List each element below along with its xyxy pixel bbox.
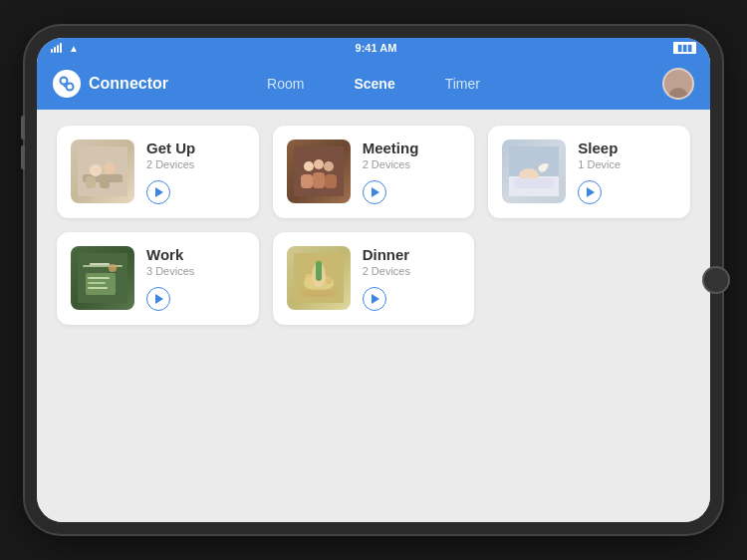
svg-rect-10: [294, 146, 344, 196]
svg-point-2: [668, 88, 688, 98]
scene-card-get-up[interactable]: Get Up 2 Devices: [57, 126, 259, 218]
svg-rect-24: [83, 265, 123, 267]
scene-image-meeting: [287, 140, 351, 203]
scene-devices-dinner: 2 Devices: [363, 265, 461, 277]
home-button[interactable]: [702, 266, 730, 294]
scene-card-work[interactable]: Work 3 Devices: [57, 232, 259, 325]
scene-devices-meeting: 2 Devices: [363, 158, 461, 170]
status-bar-left: ▲: [51, 43, 79, 54]
scene-image-get-up: [71, 140, 134, 203]
scene-image-icon-work: [71, 246, 134, 310]
nav-active-indicator: [368, 91, 381, 98]
logo-area: Connector: [53, 70, 172, 98]
status-bar: ▲ 9:41 AM ▮▮▮: [37, 38, 710, 58]
scene-name-get-up: Get Up: [146, 140, 245, 156]
svg-rect-32: [316, 261, 322, 281]
user-avatar[interactable]: [662, 68, 694, 100]
svg-point-33: [301, 289, 337, 297]
app-title: Connector: [89, 75, 168, 93]
volume-down-button[interactable]: [21, 145, 25, 169]
signal-icon: [51, 43, 62, 53]
nav-timer[interactable]: Timer: [445, 76, 480, 92]
scene-image-icon-sleep: [502, 140, 566, 203]
scene-name-work: Work: [146, 246, 245, 263]
svg-rect-20: [514, 178, 554, 188]
scene-info-meeting: Meeting 2 Devices: [363, 140, 461, 204]
scene-name-meeting: Meeting: [363, 140, 461, 156]
svg-rect-28: [88, 287, 108, 289]
nav-scene[interactable]: Scene: [354, 76, 394, 92]
svg-point-25: [109, 264, 117, 272]
svg-point-12: [314, 159, 324, 169]
battery-icon: ▮▮▮: [673, 42, 696, 54]
scene-image-sleep: [502, 140, 566, 203]
scene-play-get-up[interactable]: [146, 180, 170, 204]
play-icon-dinner: [372, 294, 379, 304]
svg-point-7: [104, 162, 116, 174]
svg-rect-14: [301, 174, 313, 188]
svg-point-1: [67, 84, 74, 91]
svg-rect-16: [325, 174, 337, 188]
svg-rect-15: [313, 172, 325, 188]
scene-devices-sleep: 1 Device: [578, 158, 676, 170]
play-icon-meeting: [372, 187, 379, 197]
signal-bar-3: [57, 45, 59, 53]
content-area: Get Up 2 Devices: [37, 110, 710, 522]
scene-image-icon-get-up: [71, 140, 134, 203]
scene-play-meeting[interactable]: [363, 180, 386, 204]
scene-image-icon-meeting: [287, 140, 351, 203]
scene-play-sleep[interactable]: [578, 180, 602, 204]
scene-image-work: [71, 246, 134, 310]
scenes-grid: Get Up 2 Devices: [57, 126, 690, 325]
scene-image-icon-dinner: [287, 246, 351, 310]
play-icon-get-up: [155, 187, 163, 197]
svg-point-11: [304, 161, 314, 171]
svg-point-0: [61, 78, 68, 85]
scene-name-dinner: Dinner: [363, 246, 461, 263]
wifi-icon: ▲: [69, 43, 79, 54]
scene-play-work[interactable]: [146, 287, 170, 311]
signal-bar-2: [54, 47, 56, 53]
scene-info-get-up: Get Up 2 Devices: [146, 140, 245, 204]
scene-devices-get-up: 2 Devices: [146, 158, 245, 170]
scene-info-work: Work 3 Devices: [146, 246, 245, 311]
play-icon-sleep: [587, 187, 595, 197]
signal-bar-4: [60, 43, 62, 53]
svg-rect-27: [88, 282, 106, 284]
tablet-frame: ▲ 9:41 AM ▮▮▮ Connector Room Scene: [25, 26, 722, 534]
nav-scene-label: Scene: [354, 76, 394, 92]
svg-rect-4: [78, 146, 127, 196]
scene-name-sleep: Sleep: [578, 140, 676, 156]
nav-room[interactable]: Room: [267, 76, 304, 92]
svg-rect-8: [86, 176, 96, 188]
svg-point-6: [90, 164, 102, 176]
svg-point-34: [305, 274, 313, 282]
svg-rect-9: [100, 176, 110, 188]
svg-point-35: [326, 278, 332, 284]
svg-point-3: [672, 75, 684, 87]
play-icon-work: [155, 294, 163, 304]
app-header: Connector Room Scene Timer: [37, 58, 710, 110]
scene-play-dinner[interactable]: [363, 287, 386, 311]
scene-info-sleep: Sleep 1 Device: [578, 140, 676, 204]
svg-rect-26: [88, 277, 110, 279]
status-time: 9:41 AM: [356, 42, 397, 54]
nav-items: Room Scene Timer: [172, 76, 575, 92]
scene-card-sleep[interactable]: Sleep 1 Device: [488, 126, 690, 218]
scene-card-meeting[interactable]: Meeting 2 Devices: [273, 126, 475, 218]
volume-up-button[interactable]: [21, 116, 25, 140]
app-logo: [53, 70, 81, 98]
scene-devices-work: 3 Devices: [146, 265, 245, 277]
scene-card-dinner[interactable]: Dinner 2 Devices: [273, 232, 475, 325]
avatar-area: [575, 68, 694, 100]
scene-info-dinner: Dinner 2 Devices: [363, 246, 461, 311]
svg-point-13: [324, 161, 334, 171]
signal-bar-1: [51, 49, 53, 53]
scene-image-dinner: [287, 246, 351, 310]
tablet-screen: ▲ 9:41 AM ▮▮▮ Connector Room Scene: [37, 38, 710, 522]
